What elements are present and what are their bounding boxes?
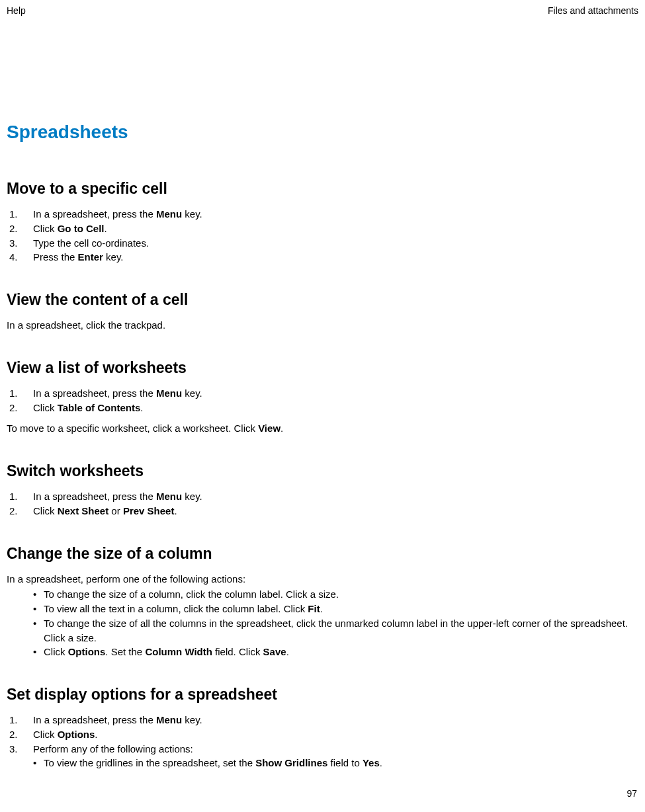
section-switch: Switch worksheets In a spreadsheet, pres… bbox=[7, 462, 638, 518]
page-header: Help Files and attachments bbox=[0, 0, 645, 16]
bullet: Click Options. Set the Column Width fiel… bbox=[7, 645, 638, 659]
step: Click Table of Contents. bbox=[7, 401, 638, 415]
header-left: Help bbox=[7, 5, 26, 16]
note-text: To move to a specific worksheet, click a… bbox=[7, 421, 638, 436]
step: Press the Enter key. bbox=[7, 250, 638, 264]
step: In a spreadsheet, press the Menu key. bbox=[7, 207, 638, 222]
step: Click Go to Cell. bbox=[7, 222, 638, 236]
step: Click Options. bbox=[7, 727, 638, 742]
section-heading: View the content of a cell bbox=[7, 291, 638, 309]
steps-list: In a spreadsheet, press the Menu key. Cl… bbox=[7, 489, 638, 518]
section-heading: Move to a specific cell bbox=[7, 180, 638, 198]
bullet: To change the size of a column, click th… bbox=[7, 587, 638, 602]
section-col-size: Change the size of a column In a spreads… bbox=[7, 545, 638, 660]
step: Type the cell co-ordinates. bbox=[7, 236, 638, 251]
bullet: To view the gridlines in the spreadsheet… bbox=[7, 756, 638, 770]
step: Click Next Sheet or Prev Sheet. bbox=[7, 504, 638, 518]
bullet-list: To view the gridlines in the spreadsheet… bbox=[7, 756, 638, 770]
step: In a spreadsheet, press the Menu key. bbox=[7, 386, 638, 401]
section-heading: View a list of worksheets bbox=[7, 359, 638, 377]
step: In a spreadsheet, press the Menu key. bbox=[7, 713, 638, 727]
page-title: Spreadsheets bbox=[7, 122, 638, 143]
section-display: Set display options for a spreadsheet In… bbox=[7, 686, 638, 770]
step: Perform any of the following actions: bbox=[7, 742, 638, 756]
body-text: In a spreadsheet, click the trackpad. bbox=[7, 318, 638, 333]
bullet: To change the size of all the columns in… bbox=[7, 616, 638, 645]
section-heading: Change the size of a column bbox=[7, 545, 638, 563]
steps-list: In a spreadsheet, press the Menu key. Cl… bbox=[7, 207, 638, 264]
header-right: Files and attachments bbox=[548, 5, 638, 16]
page-content: Spreadsheets Move to a specific cell In … bbox=[0, 16, 645, 770]
intro-text: In a spreadsheet, perform one of the fol… bbox=[7, 572, 638, 587]
page-number: 97 bbox=[626, 788, 637, 799]
section-heading: Switch worksheets bbox=[7, 462, 638, 480]
steps-list: In a spreadsheet, press the Menu key. Cl… bbox=[7, 713, 638, 756]
steps-list: In a spreadsheet, press the Menu key. Cl… bbox=[7, 386, 638, 415]
bullet: To view all the text in a column, click … bbox=[7, 602, 638, 616]
bullet-list: To change the size of a column, click th… bbox=[7, 587, 638, 659]
step: In a spreadsheet, press the Menu key. bbox=[7, 489, 638, 504]
section-view-content: View the content of a cell In a spreadsh… bbox=[7, 291, 638, 333]
section-heading: Set display options for a spreadsheet bbox=[7, 686, 638, 704]
section-list-worksheets: View a list of worksheets In a spreadshe… bbox=[7, 359, 638, 436]
section-move-cell: Move to a specific cell In a spreadsheet… bbox=[7, 180, 638, 264]
